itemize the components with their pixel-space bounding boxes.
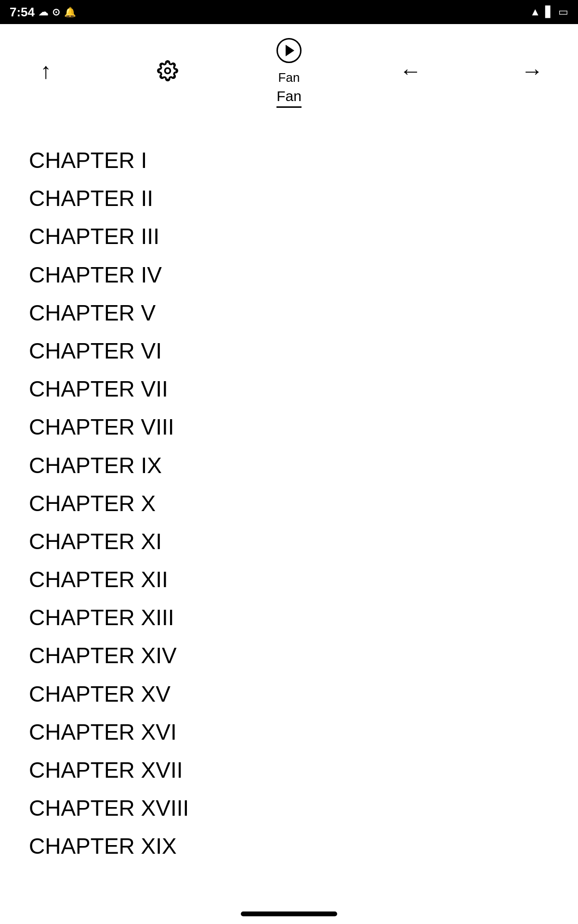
status-time: 7:54 ☁ ⊙ 🔔 — [10, 5, 76, 20]
fan-label-top: Fan — [278, 70, 300, 85]
up-arrow-icon: ↑ — [40, 58, 52, 84]
status-bar: 7:54 ☁ ⊙ 🔔 ▲ ▋ ▭ — [0, 0, 578, 24]
battery-icon: ▭ — [558, 6, 568, 18]
chapter-item[interactable]: CHAPTER V — [29, 294, 549, 332]
forward-arrow-icon: → — [521, 58, 543, 84]
cloud-icon: ☁ — [39, 6, 48, 18]
location-icon: ⊙ — [52, 6, 60, 18]
bottom-nav-indicator — [241, 911, 337, 916]
chapter-item[interactable]: CHAPTER XIV — [29, 637, 549, 675]
toolbar: ↑ Fan Fan ← → — [0, 24, 578, 117]
chapter-item[interactable]: CHAPTER XVII — [29, 751, 549, 789]
chapter-item[interactable]: CHAPTER XIX — [29, 827, 549, 865]
chapter-item[interactable]: CHAPTER VII — [29, 370, 549, 408]
chapter-item[interactable]: CHAPTER XIII — [29, 599, 549, 637]
chapter-item[interactable]: CHAPTER XI — [29, 523, 549, 561]
chapter-item[interactable]: CHAPTER VI — [29, 332, 549, 370]
chapter-item[interactable]: CHAPTER X — [29, 485, 549, 523]
forward-button[interactable]: → — [515, 54, 549, 88]
signal-icon: ▋ — [545, 6, 553, 18]
notification-icon: 🔔 — [64, 6, 76, 18]
back-button[interactable]: ← — [394, 54, 428, 88]
back-arrow-icon: ← — [400, 58, 422, 84]
chapter-item[interactable]: CHAPTER I — [29, 141, 549, 180]
chapter-item[interactable]: CHAPTER III — [29, 218, 549, 256]
chapter-item[interactable]: CHAPTER XII — [29, 561, 549, 599]
play-triangle-icon — [286, 45, 294, 56]
time-display: 7:54 — [10, 5, 35, 20]
wifi-icon: ▲ — [530, 6, 540, 18]
chapter-item[interactable]: CHAPTER XV — [29, 675, 549, 713]
chapter-item[interactable]: CHAPTER IX — [29, 447, 549, 485]
status-icons: ▲ ▋ ▭ — [530, 6, 568, 18]
svg-point-0 — [165, 68, 170, 74]
chapter-item[interactable]: CHAPTER XVIII — [29, 789, 549, 827]
gear-icon — [157, 60, 178, 81]
fan-label-bottom: Fan — [276, 88, 302, 108]
up-button[interactable]: ↑ — [29, 54, 63, 88]
chapter-item[interactable]: CHAPTER XVI — [29, 713, 549, 751]
chapter-item[interactable]: CHAPTER VIII — [29, 408, 549, 446]
play-button[interactable] — [272, 34, 306, 67]
play-circle-icon — [276, 38, 302, 63]
chapter-list: CHAPTER ICHAPTER IICHAPTER IIICHAPTER IV… — [0, 127, 578, 880]
settings-button[interactable] — [151, 54, 184, 88]
chapter-item[interactable]: CHAPTER II — [29, 180, 549, 218]
play-section: Fan Fan — [272, 34, 306, 108]
chapter-item[interactable]: CHAPTER IV — [29, 256, 549, 294]
